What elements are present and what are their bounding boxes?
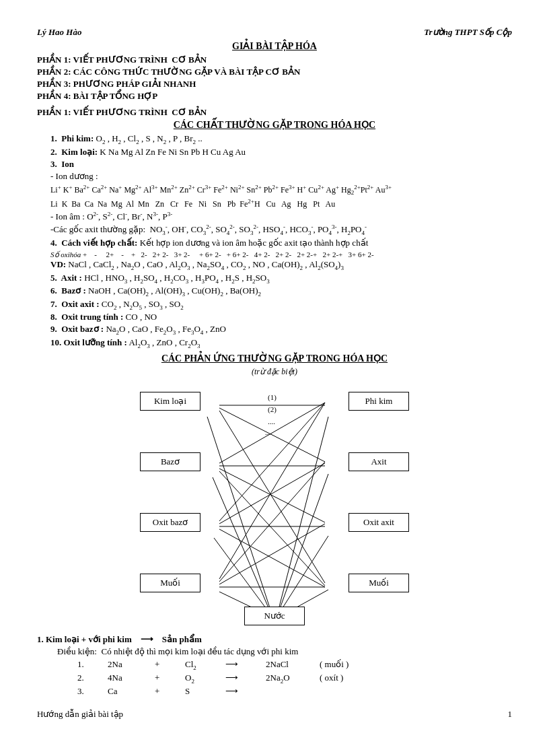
node-axit: Axit <box>349 452 409 471</box>
svg-line-21 <box>278 536 328 615</box>
svg-line-5 <box>219 469 325 522</box>
svg-line-15 <box>219 524 325 584</box>
phan-ung-title: CÁC PHẢN ỨNG THƯỜNG GẶP TRONG HÓA HỌC <box>37 353 512 364</box>
toc-line-3: PHẦN 3: PHƯƠNG PHÁP GIẢI NHANH <box>37 79 512 90</box>
node-kim-loai: Kim loại <box>140 392 200 411</box>
svg-line-13 <box>219 403 325 521</box>
toc-line-2: PHẦN 2: CÁC CÔNG THỨC THƯỜNG GẶP VÀ BÀI … <box>37 67 512 77</box>
header: Lý Hao Hào Trường THPT Sốp Cộp <box>37 27 512 38</box>
svg-line-2 <box>219 411 325 583</box>
header-right: Trường THPT Sốp Cộp <box>424 27 512 38</box>
toc: PHẦN 1: VIẾT PHƯƠNG TRÌNH CƠ BẢN PHẦN 2:… <box>37 55 512 102</box>
svg-line-14 <box>219 462 325 582</box>
item-axit: 5. Axit : HCl , HNO3 , H2SO4 , H2CO3 , H… <box>50 273 512 285</box>
reaction1-line1: 1. 2Na + Cl2 ⟶ 2NaCl ( muối ) <box>77 659 512 671</box>
svg-line-18 <box>219 403 325 579</box>
ion-duong-row2: Li K Ba Ca Na Mg Al Mn Zn Cr Fe Ni Sn Pb… <box>50 198 512 209</box>
diagram: (1) (2) .... .... Kim loại Bazơ Oxit baz… <box>126 380 423 629</box>
header-left: Lý Hao Hào <box>37 27 81 38</box>
node-oxit-axit: Oxit axit <box>349 513 409 532</box>
phan-ung-subtitle: (trừ đặc biệt) <box>37 367 512 377</box>
svg-line-12 <box>214 538 271 615</box>
goc-axit-label: -Các gốc axit thường gặp: NO3-, OH-, CO3… <box>50 224 512 236</box>
toc-line-1: PHẦN 1: VIẾT PHƯƠNG TRÌNH CƠ BẢN <box>37 55 512 65</box>
reaction1-line3: 3. Ca + S ⟶ <box>77 686 512 697</box>
reaction1-title: 1. Kim loại + với phi kim ⟶ Sản phẩm <box>37 634 512 645</box>
reaction1-condition: Điều kiện: Có nhiệt độ thì mọi kim loại … <box>57 646 512 657</box>
footer-page: 1 <box>508 709 513 720</box>
svg-line-8 <box>213 477 271 614</box>
node-muoi-left: Muối <box>140 574 200 592</box>
node-phi-kim: Phi kim <box>349 392 409 411</box>
item-vd: VD: NaCl , CaCl2 , Na2O , CaO , Al2O3 , … <box>50 259 512 271</box>
reaction1-product: Sản phẩm <box>162 634 202 644</box>
svg-line-11 <box>219 529 325 587</box>
item-kim-loai: 2. Kim loại: K Na Mg Al Zn Fe Ni Sn Pb H… <box>50 147 512 158</box>
ion-duong-row1: Li+ K+ Ba2+ Ca2+ Na+ Mg2+ Al3+ Mn2+ Zn2+… <box>50 182 512 198</box>
svg-text:(2): (2) <box>268 405 277 414</box>
so-oxihoa-line: Số oxihóa + - 2+ - + 2- 2+ 2- 3+ 2- + 6+… <box>50 250 512 259</box>
item-ion: 3. Ion <box>50 159 512 170</box>
ion-am-label: - Ion âm : O2-, S2-, Cl-, Br-, N3-, P3- <box>50 211 512 222</box>
ion-duong-label: - Ion dương : <box>50 171 512 182</box>
svg-line-9 <box>219 463 325 524</box>
svg-text:....: .... <box>265 428 272 436</box>
svg-line-20 <box>278 474 328 614</box>
item-bazo: 6. Bazơ : NaOH , Ca(OH)2 , Al(OH)3 , Cu(… <box>50 285 512 298</box>
item-oxit-bazo: 9. Oxit bazơ : Na2O , CaO , Fe2O3 , Fe3O… <box>50 324 512 336</box>
svg-text:(1): (1) <box>268 393 277 402</box>
section1-title: PHẦN 1: VIẾT PHƯƠNG TRÌNH CƠ BẢN <box>37 107 512 118</box>
reaction-section-1: 1. Kim loại + với phi kim ⟶ Sản phẩm Điề… <box>37 634 512 696</box>
svg-line-3 <box>207 417 271 612</box>
svg-text:....: .... <box>268 417 275 425</box>
svg-line-19 <box>278 417 328 612</box>
footer: Hướng dẫn giải bài tập 1 <box>37 709 512 720</box>
svg-line-1 <box>219 408 325 462</box>
item-oxit-luong-tinh: 10. Oxit lưỡng tính : Al2O3 , ZnO , Cr2O… <box>50 337 512 349</box>
svg-line-7 <box>219 403 325 463</box>
item-oxit-trung-tinh: 8. Oxit trung tính : CO , NO <box>50 312 512 322</box>
node-bazo: Bazơ <box>140 452 200 471</box>
node-oxit-bazo: Oxit bazơ <box>140 513 200 532</box>
node-nuoc: Nước <box>244 607 305 625</box>
reaction1-line2: 2. 4Na + O2 ⟶ 2Na2O ( oxít ) <box>77 673 512 685</box>
item-cach-viet: 4. Cách viết hợp chất: Kết hợp ion dương… <box>50 238 512 248</box>
svg-line-6 <box>219 471 325 586</box>
subsection1-title: CÁC CHẤT THƯỜNG GẶP TRONG HÓA HỌC <box>37 119 512 131</box>
main-title: GIẢI BÀI TẬP HÓA <box>37 40 512 52</box>
item-oxit-axit: 7. Oxit axit : CO2 , N2O5 , SO3 , SO2 <box>50 299 512 311</box>
item-phi-kim: 1. Phi kim: O2 , H2 , Cl2 , S , N2 , P ,… <box>50 133 512 145</box>
footer-left: Hướng dẫn giải bài tập <box>37 709 123 720</box>
toc-line-4: PHẦN 4: BÀI TẬP TỔNG HỢP <box>37 91 512 102</box>
node-muoi-right: Muối <box>349 574 409 592</box>
